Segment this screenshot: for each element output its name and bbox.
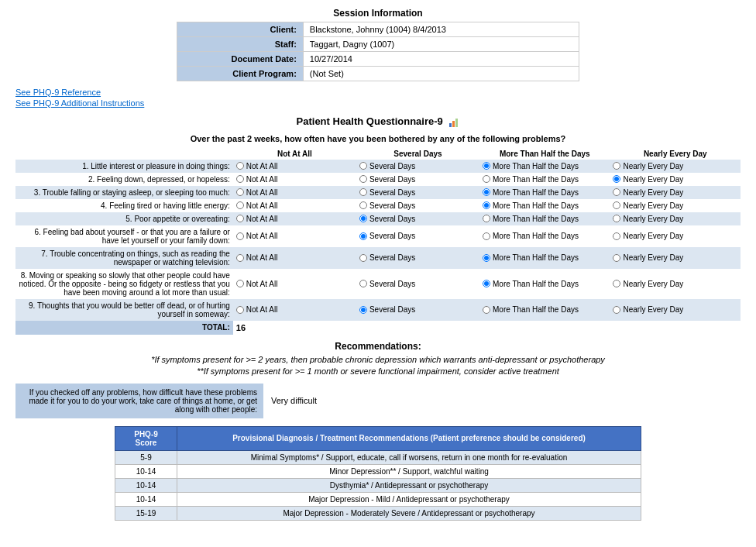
option-label: More Than Half the Days — [493, 215, 579, 223]
option-cell-0[interactable]: Not At All — [233, 199, 356, 212]
radio-q8-opt2[interactable] — [483, 306, 490, 314]
question-row: 7. Trouble concentrating on things, such… — [15, 247, 741, 269]
option-cell-3[interactable]: Nearly Every Day — [610, 186, 741, 199]
radio-q6-opt1[interactable] — [359, 254, 367, 262]
option-label: Not At All — [246, 175, 278, 184]
radio-q4-opt1[interactable] — [359, 215, 367, 222]
total-value: 16 — [233, 321, 741, 335]
option-label: Not At All — [246, 215, 278, 223]
radio-q6-opt3[interactable] — [613, 254, 620, 262]
radio-q1-opt3[interactable] — [613, 175, 620, 183]
radio-q3-opt2[interactable] — [483, 201, 490, 209]
radio-q8-opt0[interactable] — [236, 306, 244, 314]
option-cell-1[interactable]: Several Days — [356, 247, 479, 269]
option-cell-1[interactable]: Several Days — [356, 186, 479, 199]
option-cell-2[interactable]: More Than Half the Days — [479, 247, 610, 269]
option-cell-2[interactable]: More Than Half the Days — [479, 269, 610, 299]
radio-q8-opt3[interactable] — [613, 306, 620, 314]
col-more-than-half: More Than Half the Days — [479, 148, 610, 160]
option-cell-3[interactable]: Nearly Every Day — [610, 173, 741, 186]
session-field-label: Staff: — [177, 37, 304, 52]
radio-q3-opt0[interactable] — [236, 201, 244, 209]
radio-q6-opt2[interactable] — [483, 254, 490, 262]
question-text: 7. Trouble concentrating on things, such… — [15, 247, 233, 269]
option-label: More Than Half the Days — [493, 162, 579, 170]
radio-q0-opt1[interactable] — [359, 162, 367, 170]
col-not-at-all: Not At All — [233, 148, 356, 160]
phq-recommendation-cell: Dysthymia* / Antidepressant or psychothe… — [177, 478, 641, 492]
radio-q0-opt2[interactable] — [483, 162, 490, 170]
option-label: Not At All — [246, 280, 278, 288]
session-field-value: (Not Set) — [303, 67, 579, 81]
option-cell-2[interactable]: More Than Half the Days — [479, 160, 610, 173]
radio-q0-opt0[interactable] — [236, 162, 244, 170]
radio-q5-opt2[interactable] — [483, 232, 490, 240]
links-area: See PHQ-9 Reference See PHQ-9 Additional… — [15, 88, 741, 108]
phq-recommendation-header: Provisional Diagnosis / Treatment Recomm… — [177, 426, 641, 450]
option-cell-1[interactable]: Several Days — [356, 212, 479, 225]
option-cell-1[interactable]: Several Days — [356, 299, 479, 321]
radio-q2-opt0[interactable] — [236, 188, 244, 196]
option-cell-0[interactable]: Not At All — [233, 173, 356, 186]
radio-q7-opt1[interactable] — [359, 280, 367, 287]
option-cell-2[interactable]: More Than Half the Days — [479, 212, 610, 225]
option-cell-2[interactable]: More Than Half the Days — [479, 173, 610, 186]
radio-q0-opt3[interactable] — [613, 162, 620, 170]
radio-q1-opt1[interactable] — [359, 175, 367, 183]
radio-q4-opt0[interactable] — [236, 215, 244, 222]
option-cell-3[interactable]: Nearly Every Day — [610, 225, 741, 247]
option-cell-0[interactable]: Not At All — [233, 225, 356, 247]
radio-q5-opt0[interactable] — [236, 232, 244, 240]
radio-q6-opt0[interactable] — [236, 254, 244, 262]
option-label: Nearly Every Day — [623, 188, 683, 197]
radio-q2-opt3[interactable] — [613, 188, 620, 196]
radio-q2-opt1[interactable] — [359, 188, 367, 196]
radio-q5-opt3[interactable] — [613, 232, 620, 240]
question-row: 1. Little interest or pleasure in doing … — [15, 160, 741, 173]
option-cell-3[interactable]: Nearly Every Day — [610, 212, 741, 225]
phq-score-cell: 10-14 — [115, 492, 177, 506]
session-row: Staff:Taggart, Dagny (1007) — [177, 37, 579, 52]
radio-q4-opt3[interactable] — [613, 215, 620, 222]
option-cell-0[interactable]: Not At All — [233, 269, 356, 299]
option-cell-0[interactable]: Not At All — [233, 299, 356, 321]
option-cell-2[interactable]: More Than Half the Days — [479, 299, 610, 321]
option-cell-2[interactable]: More Than Half the Days — [479, 186, 610, 199]
radio-q7-opt2[interactable] — [483, 280, 490, 287]
phq-table-row: 15-19Major Depression - Moderately Sever… — [115, 506, 641, 520]
option-cell-3[interactable]: Nearly Every Day — [610, 299, 741, 321]
option-cell-0[interactable]: Not At All — [233, 212, 356, 225]
radio-q4-opt2[interactable] — [483, 215, 490, 222]
option-cell-3[interactable]: Nearly Every Day — [610, 247, 741, 269]
radio-q7-opt3[interactable] — [613, 280, 620, 287]
questions-table: Not At All Several Days More Than Half t… — [15, 148, 741, 335]
option-cell-0[interactable]: Not At All — [233, 186, 356, 199]
option-label: Several Days — [369, 280, 415, 288]
radio-q3-opt3[interactable] — [613, 201, 620, 209]
option-cell-3[interactable]: Nearly Every Day — [610, 199, 741, 212]
radio-q5-opt1[interactable] — [359, 232, 367, 240]
option-cell-2[interactable]: More Than Half the Days — [479, 199, 610, 212]
phq-table-row: 10-14Major Depression - Mild / Antidepre… — [115, 492, 641, 506]
option-label: More Than Half the Days — [493, 280, 579, 288]
phq9-instructions-link[interactable]: See PHQ-9 Additional Instructions — [15, 98, 741, 108]
radio-q8-opt1[interactable] — [359, 306, 367, 314]
option-cell-0[interactable]: Not At All — [233, 160, 356, 173]
chart-icon — [448, 117, 459, 128]
option-cell-1[interactable]: Several Days — [356, 225, 479, 247]
radio-q3-opt1[interactable] — [359, 201, 367, 209]
option-cell-3[interactable]: Nearly Every Day — [610, 269, 741, 299]
option-cell-1[interactable]: Several Days — [356, 160, 479, 173]
option-label: Several Days — [369, 215, 415, 223]
phq9-reference-link[interactable]: See PHQ-9 Reference — [15, 88, 741, 97]
option-cell-1[interactable]: Several Days — [356, 199, 479, 212]
radio-q1-opt0[interactable] — [236, 175, 244, 183]
radio-q7-opt0[interactable] — [236, 280, 244, 287]
option-cell-1[interactable]: Several Days — [356, 173, 479, 186]
option-cell-2[interactable]: More Than Half the Days — [479, 225, 610, 247]
option-cell-1[interactable]: Several Days — [356, 269, 479, 299]
option-cell-0[interactable]: Not At All — [233, 247, 356, 269]
radio-q1-opt2[interactable] — [483, 175, 490, 183]
option-cell-3[interactable]: Nearly Every Day — [610, 160, 741, 173]
radio-q2-opt2[interactable] — [483, 188, 490, 196]
